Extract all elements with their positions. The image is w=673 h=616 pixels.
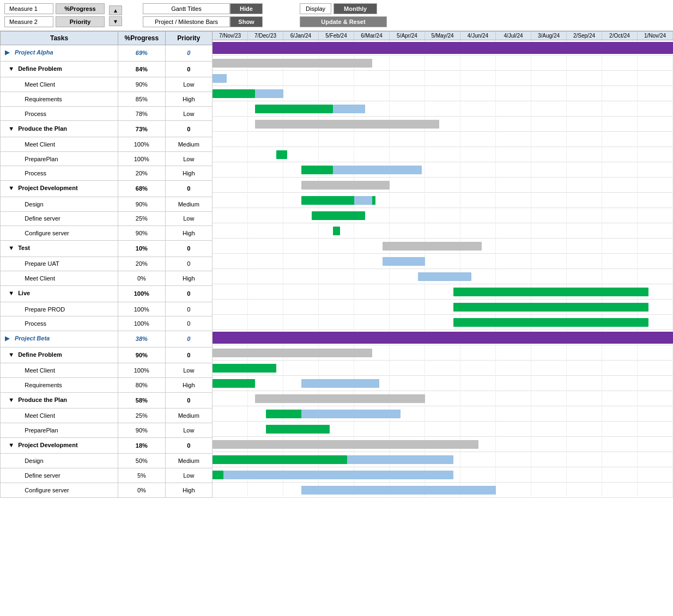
gantt-cell [390,483,425,498]
priority-cell: High [165,271,212,286]
gantt-cell [602,269,638,284]
gantt-cell [496,361,531,376]
gantt-cell [213,71,248,86]
expand-down-icon[interactable]: ▼ [8,290,16,297]
project-bars-row: Project / Milestone Bars Show [143,16,263,27]
table-row: Configure server90%High [1,226,213,241]
gantt-cell [496,406,531,422]
gantt-cell [460,269,496,284]
gantt-cell [248,345,283,361]
gantt-cell [248,132,283,147]
task-cell: Configure server [1,483,118,497]
gantt-cell [213,452,248,467]
measure1-label: Measure 1 [4,3,53,14]
priority-cell: Low [165,423,212,438]
expand-down-icon[interactable]: ▼ [8,351,16,359]
table-row: Define server25%Low [1,211,213,226]
gantt-cell [638,315,673,330]
gantt-cell [283,452,319,467]
gantt-cell [354,422,390,437]
expand-right-icon[interactable]: ▶ [5,335,13,343]
arrow-down-button[interactable]: ▼ [109,16,122,26]
gantt-cell [496,208,531,223]
gantt-cell [567,147,602,162]
gantt-row [213,193,673,208]
gantt-cell [496,315,531,330]
expand-down-icon[interactable]: ▼ [8,65,16,73]
gantt-cell [602,56,638,71]
progress-cell: 10% [118,241,165,257]
measure2-value: Priority [56,16,105,27]
expand-down-icon[interactable]: ▼ [8,442,16,449]
expand-down-icon[interactable]: ▼ [8,397,16,404]
hide-button[interactable]: Hide [230,3,263,14]
gantt-cell [531,208,567,223]
gantt-row [213,330,673,345]
show-button[interactable]: Show [230,16,263,27]
update-reset-button[interactable]: Update & Reset [300,16,387,27]
gantt-cell [567,193,602,208]
gantt-cell [319,56,354,71]
gantt-cell [567,101,602,117]
gantt-cell [602,86,638,101]
gantt-cell [213,345,248,361]
task-cell: Define server [1,211,118,226]
gantt-cell [602,345,638,361]
gantt-cell [602,71,638,86]
gantt-cell [425,101,460,117]
gantt-cell [213,361,248,376]
gantt-cell [602,391,638,406]
gantt-cell [460,437,496,452]
gantt-row [213,315,673,330]
gantt-cell [496,162,531,178]
gantt-cell [283,361,319,376]
gantt-cell [496,56,531,71]
gantt-cell [638,193,673,208]
display-label: Display [300,3,331,14]
progress-cell: 90% [118,226,165,241]
gantt-cell [638,345,673,361]
priority-cell: Medium [165,137,212,151]
task-cell: Process [1,106,118,121]
expand-down-icon[interactable]: ▼ [8,185,16,192]
gantt-cell [496,86,531,101]
expand-right-icon[interactable]: ▶ [5,49,13,57]
table-row: Configure server0%High [1,483,213,497]
gantt-cell [390,40,425,56]
date-header: 3/Aug/24 [531,32,567,40]
priority-cell: 0 [165,347,212,363]
gantt-cell [638,437,673,452]
gantt-cell [283,223,319,239]
date-header: 5/Apr/24 [390,32,425,40]
gantt-cell [248,117,283,132]
gantt-cell [248,361,283,376]
gantt-cell [425,422,460,437]
gantt-cell [319,376,354,391]
gantt-cell [531,452,567,467]
priority-cell: High [165,166,212,181]
gantt-cell [390,467,425,483]
gantt-cell [460,208,496,223]
gantt-cell [213,330,248,345]
gantt-cell [638,422,673,437]
expand-down-icon[interactable]: ▼ [8,245,16,252]
task-cell: Meet Client [1,363,118,378]
priority-cell: 0 [165,316,212,331]
gantt-cell [602,147,638,162]
gantt-cell [390,71,425,86]
priority-cell: High [165,92,212,106]
gantt-cell [283,132,319,147]
progress-cell: 90% [118,423,165,438]
date-header: 6/Mar/24 [354,32,390,40]
table-row: PreparePlan100%Low [1,151,213,166]
priority-cell: Low [165,363,212,378]
gantt-cell [602,178,638,193]
gantt-cell [390,101,425,117]
priority-cell: 0 [165,331,212,347]
progress-cell: 78% [118,106,165,121]
gantt-cell [213,117,248,132]
gantt-cell [531,239,567,254]
arrow-up-button[interactable]: ▲ [109,5,122,15]
monthly-button[interactable]: Monthly [334,3,377,14]
expand-down-icon[interactable]: ▼ [8,125,16,133]
